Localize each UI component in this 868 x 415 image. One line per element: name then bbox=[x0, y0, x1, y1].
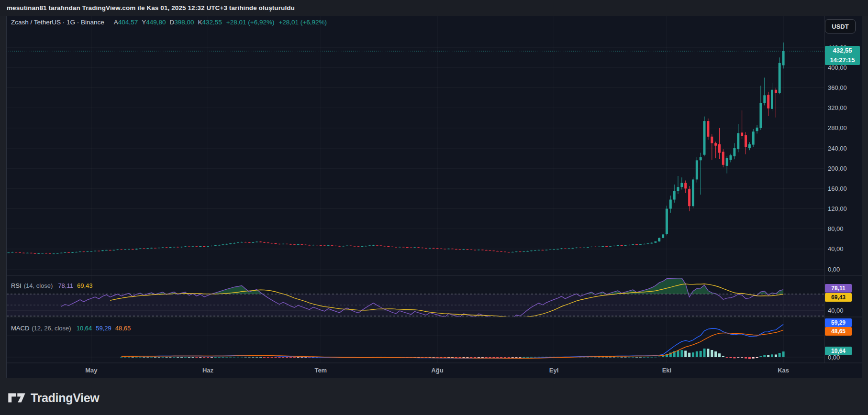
svg-text:Kas: Kas bbox=[778, 367, 789, 374]
macd-line-badge: 59,29 bbox=[825, 318, 852, 327]
svg-text:Tem: Tem bbox=[314, 367, 327, 374]
attribution-bar: mesutinan81 tarafından TradingView.com i… bbox=[0, 0, 868, 16]
open-label: A bbox=[114, 19, 118, 26]
chart-canvas[interactable]: 440,00400,00360,00320,00280,00240,00200,… bbox=[7, 16, 862, 378]
attribution-text: mesutinan81 tarafından TradingView.com i… bbox=[7, 0, 295, 16]
tradingview-logo[interactable]: TradingView bbox=[8, 389, 100, 406]
svg-text:120,00: 120,00 bbox=[828, 205, 847, 212]
close-label: K bbox=[198, 19, 202, 26]
tradingview-logo-icon bbox=[8, 391, 26, 405]
svg-text:320,00: 320,00 bbox=[828, 104, 847, 111]
rsi-title: RSI bbox=[11, 282, 22, 289]
svg-text:Haz: Haz bbox=[202, 367, 214, 374]
change-value: +28,01 (+6,92%) bbox=[226, 19, 275, 26]
rsi-legend[interactable]: RSI(14, close)78,1169,43 bbox=[11, 282, 93, 289]
svg-text:240,00: 240,00 bbox=[828, 145, 847, 152]
macd-line-value: 59,29 bbox=[96, 325, 111, 332]
svg-text:200,00: 200,00 bbox=[828, 165, 847, 172]
macd-title: MACD bbox=[11, 325, 29, 332]
symbol-legend[interactable]: Zcash / TetherUS · 1G · BinanceA404,57Y4… bbox=[11, 19, 327, 26]
tradingview-logo-text: TradingView bbox=[31, 391, 100, 405]
svg-text:160,00: 160,00 bbox=[828, 185, 847, 192]
macd-hist-value: 10,64 bbox=[77, 325, 92, 332]
chart-widget: 440,00400,00360,00320,00280,00240,00200,… bbox=[6, 16, 862, 378]
symbol-title[interactable]: Zcash / TetherUS · 1G · Binance bbox=[11, 19, 104, 26]
macd-signal-badge: 48,65 bbox=[825, 327, 852, 336]
svg-text:400,00: 400,00 bbox=[828, 64, 847, 71]
svg-text:Eki: Eki bbox=[662, 367, 672, 374]
high-value: 449,80 bbox=[146, 19, 166, 26]
svg-text:Ağu: Ağu bbox=[431, 367, 443, 374]
svg-text:40,00: 40,00 bbox=[828, 245, 844, 252]
currency-toggle-button[interactable]: USDT bbox=[825, 19, 856, 33]
macd-legend[interactable]: MACD(12, 26, close)10,6459,2948,65 bbox=[11, 325, 131, 332]
svg-text:May: May bbox=[85, 367, 98, 374]
last-price-badge: 432,55 14:27:15 bbox=[825, 46, 860, 65]
high-label: Y bbox=[142, 19, 146, 26]
close-value: 432,55 bbox=[202, 19, 222, 26]
countdown-timer: 14:27:15 bbox=[830, 55, 855, 65]
change-value-dup: +28,01 (+6,92%) bbox=[278, 19, 327, 26]
rsi-ma-badge: 69,43 bbox=[825, 293, 852, 302]
svg-text:Eyl: Eyl bbox=[549, 367, 559, 374]
low-value: 398,00 bbox=[174, 19, 194, 26]
svg-text:80,00: 80,00 bbox=[828, 225, 844, 232]
svg-text:360,00: 360,00 bbox=[828, 84, 847, 91]
macd-params: (12, 26, close) bbox=[32, 325, 71, 332]
rsi-params: (14, close) bbox=[24, 282, 53, 289]
rsi-value-badge: 78,11 bbox=[825, 284, 852, 293]
svg-text:40,00: 40,00 bbox=[828, 307, 844, 314]
rsi-value: 78,11 bbox=[58, 282, 73, 289]
macd-hist-badge: 10,64 bbox=[825, 347, 852, 355]
svg-text:0,00: 0,00 bbox=[828, 266, 840, 273]
rsi-ma-value: 69,43 bbox=[77, 282, 93, 289]
open-value: 404,57 bbox=[118, 19, 138, 26]
low-label: D bbox=[169, 19, 174, 26]
svg-text:280,00: 280,00 bbox=[828, 124, 847, 131]
macd-signal-value: 48,65 bbox=[115, 325, 131, 332]
last-price-value: 432,55 bbox=[833, 46, 852, 55]
